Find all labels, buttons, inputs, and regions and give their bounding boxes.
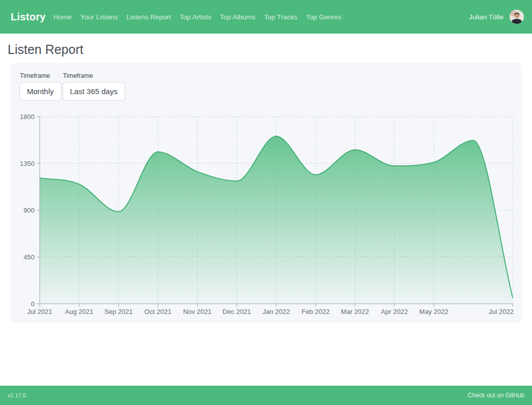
x-axis-label: May 2022 <box>419 308 449 315</box>
user-name: Julian Tölle <box>469 13 503 21</box>
x-axis-label: Feb 2022 <box>301 308 329 315</box>
x-axis-label: Jul 2021 <box>27 308 52 315</box>
page-title: Listen Report <box>8 42 524 57</box>
x-axis-label: Apr 2022 <box>381 308 408 315</box>
x-axis-label: Aug 2021 <box>65 308 94 315</box>
y-axis-label: 450 <box>23 253 35 261</box>
x-axis-label: Jan 2022 <box>263 308 290 315</box>
x-axis-label: Nov 2021 <box>183 308 212 315</box>
timeframe-unit-select[interactable]: Monthly <box>19 82 62 101</box>
y-axis-label: 900 <box>23 207 35 214</box>
timeframe-controls: Timeframe Monthly Timeframe Last 365 day… <box>19 72 513 101</box>
x-axis-label: Mar 2022 <box>341 308 369 315</box>
nav-item-home[interactable]: Home <box>53 13 72 21</box>
x-axis-label: Jul 2022 <box>489 308 514 315</box>
x-axis-label: Sep 2021 <box>104 308 133 315</box>
user-avatar-icon <box>510 10 524 24</box>
timeframe-range-label: Timeframe <box>63 72 125 79</box>
report-card: Timeframe Monthly Timeframe Last 365 day… <box>10 63 522 323</box>
nav-item-top-artists[interactable]: Top Artists <box>180 13 211 21</box>
github-link[interactable]: Check out on GitHub <box>468 392 524 399</box>
x-axis-label: Oct 2021 <box>145 308 172 315</box>
x-axis-label: Dec 2021 <box>222 308 251 315</box>
nav-item-listens-report[interactable]: Listens Report <box>127 13 171 21</box>
area-fill <box>40 136 513 304</box>
navbar: Listory Home Your Listens Listens Report… <box>0 0 532 34</box>
listens-area-chart[interactable]: 045090013501800Jul 2021Aug 2021Sep 2021O… <box>19 111 513 318</box>
nav-item-your-listens[interactable]: Your Listens <box>80 13 118 21</box>
footer: v1.17.0 Check out on GitHub <box>0 386 532 405</box>
main-content: Listen Report Timeframe Monthly Timefram… <box>0 34 532 386</box>
timeframe-range-control: Timeframe Last 365 days <box>63 72 125 101</box>
nav-item-top-genres[interactable]: Top Genres <box>306 13 342 21</box>
app-version: v1.17.0 <box>8 392 26 398</box>
y-axis-label: 1350 <box>20 160 35 167</box>
timeframe-range-select[interactable]: Last 365 days <box>63 82 125 101</box>
nav-item-top-albums[interactable]: Top Albums <box>220 13 256 21</box>
y-axis-label: 0 <box>31 300 35 308</box>
timeframe-unit-label: Timeframe <box>20 72 62 79</box>
brand-logo[interactable]: Listory <box>11 11 46 23</box>
chart-canvas[interactable]: 045090013501800Jul 2021Aug 2021Sep 2021O… <box>19 111 514 316</box>
y-axis-label: 1800 <box>20 113 35 121</box>
nav-links: Home Your Listens Listens Report Top Art… <box>53 13 469 21</box>
nav-item-top-tracks[interactable]: Top Tracks <box>264 13 297 21</box>
timeframe-unit-control: Timeframe Monthly <box>19 72 62 101</box>
